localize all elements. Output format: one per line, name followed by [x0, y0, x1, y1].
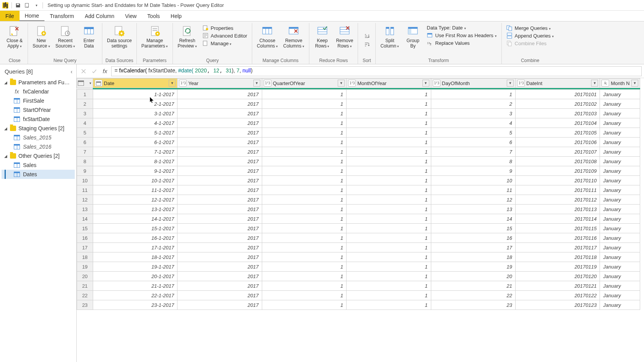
row-number[interactable]: 11 [77, 185, 93, 195]
number-type-icon[interactable]: 1²3 [348, 80, 356, 87]
cell[interactable]: 20170123 [516, 300, 600, 310]
properties-button[interactable]: Properties [201, 25, 249, 31]
cell[interactable]: 1 [262, 109, 346, 118]
number-type-icon[interactable]: 1²3 [433, 80, 440, 87]
cell[interactable]: 1 [262, 262, 346, 272]
cell[interactable]: 20170115 [516, 224, 600, 233]
cell[interactable]: January [600, 291, 640, 300]
cell[interactable]: 12-1-2017 [93, 195, 177, 205]
first-row-headers-button[interactable]: Use First Row as Headers ▾ [425, 32, 498, 39]
cell[interactable]: January [600, 252, 640, 262]
query-item[interactable]: FirstSale [2, 96, 75, 105]
menu-tools[interactable]: Tools [142, 11, 165, 21]
cell[interactable]: 7 [431, 147, 515, 157]
cell[interactable]: 16 [431, 233, 515, 243]
cell[interactable]: 1 [347, 118, 431, 128]
cell[interactable]: 2017 [177, 166, 262, 176]
menu-transform[interactable]: Transform [44, 11, 79, 21]
cell[interactable]: 2017 [177, 128, 262, 138]
cell[interactable]: 1 [262, 157, 346, 166]
cell[interactable]: 3 [431, 109, 515, 118]
row-number[interactable]: 8 [77, 157, 93, 166]
cell[interactable]: 1 [347, 281, 431, 291]
cell[interactable]: 1 [262, 185, 346, 195]
cell[interactable]: 7-1-2017 [93, 147, 177, 157]
row-number[interactable]: 13 [77, 205, 93, 214]
fx-icon[interactable]: fx [100, 68, 110, 74]
cell[interactable]: 23-1-2017 [93, 300, 177, 310]
cell[interactable]: 2017 [177, 214, 262, 224]
cell[interactable]: 18-1-2017 [93, 252, 177, 262]
cell[interactable]: 1 [262, 224, 346, 233]
cell[interactable]: 2017 [177, 90, 262, 99]
cell[interactable]: 1 [262, 138, 346, 147]
cell[interactable]: January [600, 243, 640, 252]
cell[interactable]: 1 [347, 166, 431, 176]
cell[interactable]: 17 [431, 243, 515, 252]
query-item[interactable]: fxStartDate [2, 115, 75, 124]
qat-customize-icon[interactable]: ▾ [33, 2, 40, 9]
filter-dropdown-icon[interactable]: ▼ [631, 80, 638, 87]
cell[interactable]: 1 [347, 205, 431, 214]
cell[interactable]: 1 [347, 147, 431, 157]
cell[interactable]: 1 [262, 195, 346, 205]
cell[interactable]: January [600, 99, 640, 109]
cell[interactable]: 1 [262, 243, 346, 252]
menu-add-column[interactable]: Add Column [79, 11, 120, 21]
cell[interactable]: January [600, 109, 640, 118]
manage-parameters-button[interactable]: Manage Parameters [140, 24, 170, 50]
cell[interactable]: 20 [431, 272, 515, 281]
cancel-formula-button[interactable] [79, 67, 88, 76]
cell[interactable]: January [600, 90, 640, 99]
cell[interactable]: 1 [262, 90, 346, 99]
tree-group-parameters[interactable]: ◢Parameters and Fu… [2, 78, 75, 87]
cell[interactable]: January [600, 214, 640, 224]
table-row[interactable]: 1919-1-20172017111920170119January [77, 262, 640, 272]
cell[interactable]: 1 [347, 224, 431, 233]
cell[interactable]: 10 [431, 176, 515, 185]
cell[interactable]: 20170118 [516, 252, 600, 262]
group-by-button[interactable]: Group By [403, 24, 423, 50]
cell[interactable]: 1 [262, 300, 346, 310]
cell[interactable]: 14 [431, 214, 515, 224]
cell[interactable]: 5-1-2017 [93, 128, 177, 138]
cell[interactable]: 6 [431, 138, 515, 147]
cell[interactable]: 1 [262, 233, 346, 243]
row-number[interactable]: 15 [77, 224, 93, 233]
cell[interactable]: 6-1-2017 [93, 138, 177, 147]
cell[interactable]: 15-1-2017 [93, 224, 177, 233]
close-and-apply-button[interactable]: Close & Apply [5, 24, 25, 50]
row-number[interactable]: 14 [77, 214, 93, 224]
cell[interactable]: 2017 [177, 185, 262, 195]
cell[interactable]: 2017 [177, 300, 262, 310]
cell[interactable]: 1 [262, 166, 346, 176]
table-row[interactable]: 2222-1-20172017112220170122January [77, 291, 640, 300]
cell[interactable]: 2017 [177, 272, 262, 281]
refresh-preview-button[interactable]: Refresh Preview [176, 24, 198, 50]
row-number[interactable]: 10 [77, 176, 93, 185]
query-item[interactable]: fxfxCalendar [2, 87, 75, 96]
cell[interactable]: 1 [347, 90, 431, 99]
cell[interactable]: 16-1-2017 [93, 233, 177, 243]
cell[interactable]: January [600, 128, 640, 138]
filter-dropdown-icon[interactable]: ▼ [338, 80, 345, 87]
cell[interactable]: 1 [262, 272, 346, 281]
cell[interactable]: 2017 [177, 147, 262, 157]
remove-columns-button[interactable]: Remove Columns [282, 24, 306, 50]
filter-dropdown-icon[interactable]: ▼ [591, 80, 598, 87]
tree-group-staging[interactable]: ◢Staging Queries [2] [2, 124, 75, 133]
table-row[interactable]: 22-1-2017201711220170102January [77, 99, 640, 109]
split-column-button[interactable]: Split Column [379, 24, 401, 50]
cell[interactable]: 8 [431, 157, 515, 166]
cell[interactable]: 12 [431, 195, 515, 205]
cell[interactable]: 9 [431, 166, 515, 176]
cell[interactable]: 2017 [177, 176, 262, 185]
table-row[interactable]: 11-1-2017201711120170101January [77, 90, 640, 99]
cell[interactable]: January [600, 176, 640, 185]
row-number[interactable]: 3 [77, 109, 93, 118]
cell[interactable]: 1-1-2017 [93, 90, 177, 99]
table-row[interactable]: 1414-1-20172017111420170114January [77, 214, 640, 224]
cell[interactable]: 10-1-2017 [93, 176, 177, 185]
cell[interactable]: 1 [347, 214, 431, 224]
sort-asc-button[interactable] [363, 33, 371, 40]
